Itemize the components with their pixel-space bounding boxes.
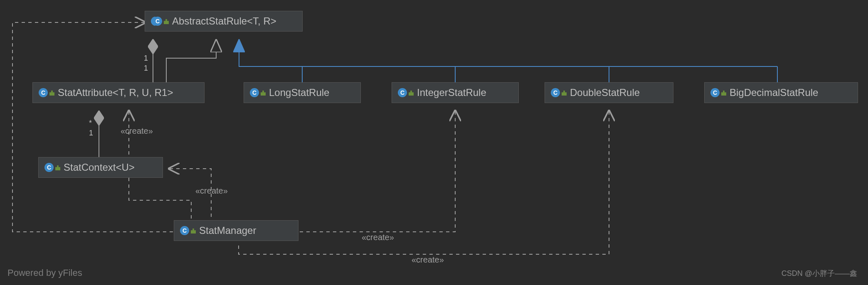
- class-icon: C: [250, 88, 266, 97]
- class-integerstatrule[interactable]: C IntegerStatRule: [392, 82, 519, 103]
- class-label: LongStatRule: [269, 87, 329, 98]
- class-label: AbstractStatRule<T, R>: [172, 15, 276, 27]
- watermark-label: CSDN @小胖子——鑫: [782, 268, 857, 278]
- powered-by-label: Powered by yFiles: [7, 268, 82, 278]
- stereotype-create: «create»: [362, 233, 394, 242]
- class-label: StatManager: [199, 225, 256, 236]
- edges-layer: StatContext (dashed open arrow pointing …: [0, 0, 868, 285]
- class-icon: C: [398, 88, 414, 97]
- class-statmanager[interactable]: C StatManager: [174, 220, 298, 241]
- class-icon: C: [151, 17, 169, 26]
- class-bigdecimalstatrule[interactable]: C BigDecimalStatRule: [704, 82, 858, 103]
- class-label: DoubleStatRule: [570, 87, 640, 98]
- class-icon: C: [551, 88, 567, 97]
- class-longstatrule[interactable]: C LongStatRule: [244, 82, 361, 103]
- class-label: IntegerStatRule: [417, 87, 486, 98]
- class-icon: C: [180, 226, 196, 235]
- class-label: StatAttribute<T, R, U, R1>: [58, 87, 173, 98]
- multiplicity: 1: [89, 129, 93, 138]
- class-doublestatrule[interactable]: C DoubleStatRule: [545, 82, 673, 103]
- class-abstractstatrule[interactable]: C AbstractStatRule<T, R>: [145, 11, 303, 32]
- stereotype-create: «create»: [121, 126, 153, 136]
- class-label: StatContext<U>: [64, 162, 135, 173]
- multiplicity: *: [89, 119, 92, 128]
- class-icon: C: [39, 88, 54, 97]
- multiplicity: 1: [144, 64, 148, 73]
- stereotype-create: «create»: [412, 255, 444, 265]
- class-icon: C: [44, 163, 60, 172]
- class-statattribute[interactable]: C StatAttribute<T, R, U, R1>: [32, 82, 205, 103]
- class-statcontext[interactable]: C StatContext<U>: [38, 157, 163, 178]
- stereotype-create: «create»: [195, 186, 228, 196]
- multiplicity: 1: [144, 54, 148, 63]
- class-label: BigDecimalStatRule: [730, 87, 818, 98]
- class-icon: C: [710, 88, 726, 97]
- diagram-canvas: StatContext (dashed open arrow pointing …: [0, 0, 868, 285]
